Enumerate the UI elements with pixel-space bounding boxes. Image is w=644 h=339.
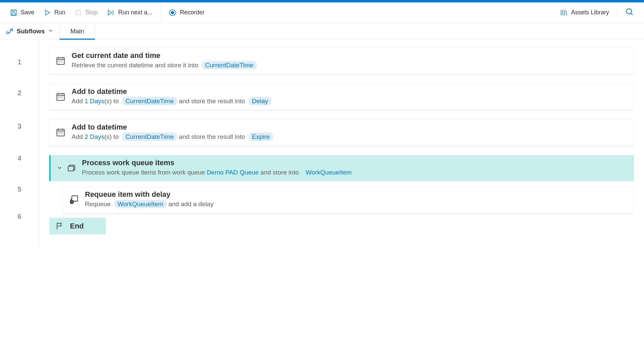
line-number: 5	[0, 173, 39, 205]
svg-rect-16	[57, 58, 65, 65]
assets-library-button[interactable]: Assets Library	[555, 6, 614, 19]
svg-point-7	[171, 11, 174, 14]
svg-rect-14	[7, 32, 9, 34]
subflows-dropdown[interactable]: Subflows	[0, 23, 60, 39]
step-title: Process work queue items	[82, 159, 628, 167]
line-number: 2	[0, 76, 39, 110]
recorder-button[interactable]: Recorder	[164, 6, 209, 19]
svg-rect-0	[11, 10, 17, 15]
step-title: End	[70, 222, 84, 230]
step-title: Requeue item with delay	[85, 190, 628, 199]
steps-panel: Get current date and time Retrieve the c…	[39, 40, 644, 246]
calendar-icon	[56, 127, 66, 137]
tab-main-label: Main	[70, 28, 84, 35]
svg-point-12	[626, 9, 631, 14]
step-icon	[107, 9, 115, 16]
line-number: 3	[0, 110, 39, 143]
svg-rect-22	[57, 94, 65, 100]
step-description: Add 2 Days(s) to CurrentDateTime and sto…	[72, 132, 628, 142]
workspace: 1 2 3 4 5 6 Get current date and time Re…	[0, 40, 644, 246]
run-button[interactable]: Run	[39, 6, 70, 19]
window-accent-bar	[0, 0, 644, 2]
variable-pill[interactable]: Expire	[249, 133, 273, 141]
toolbar: Save Run Stop Run next a... Recorder Ass…	[0, 2, 644, 23]
variable-pill[interactable]: CurrentDateTime	[122, 97, 177, 105]
step-title: Get current date and time	[72, 51, 628, 60]
stop-icon	[75, 9, 82, 16]
calendar-icon	[56, 56, 66, 66]
save-button[interactable]: Save	[5, 6, 39, 19]
recorder-label: Recorder	[180, 9, 204, 16]
step-description: Requeue WorkQueueItem and add a delay	[85, 199, 628, 209]
calendar-icon	[56, 92, 66, 102]
line-number: 1	[0, 48, 39, 76]
library-icon	[560, 9, 568, 17]
variable-pill[interactable]: Delay	[249, 97, 272, 105]
svg-rect-3	[76, 10, 81, 15]
line-gutter: 1 2 3 4 5 6	[0, 40, 39, 246]
play-icon	[44, 9, 51, 16]
subflow-icon	[6, 28, 13, 35]
line-number: 4	[0, 143, 39, 173]
variable-pill[interactable]: WorkQueueItem	[114, 200, 167, 208]
svg-marker-2	[46, 10, 50, 15]
svg-line-11	[566, 10, 567, 15]
svg-rect-28	[57, 130, 65, 136]
subflows-label: Subflows	[17, 28, 45, 35]
step-add-datetime-2[interactable]: Add to datetime Add 2 Days(s) to Current…	[49, 119, 634, 147]
svg-rect-34	[68, 166, 74, 171]
step-description: Add 1 Days(s) to CurrentDateTime and sto…	[72, 97, 628, 106]
toolbar-separator	[160, 3, 161, 23]
step-title: Add to datetime	[72, 123, 628, 132]
svg-rect-1	[12, 13, 15, 15]
flag-icon	[55, 222, 64, 230]
step-end[interactable]: End	[49, 218, 106, 234]
step-description: Process work queue items from work queue…	[82, 168, 628, 177]
save-label: Save	[21, 9, 34, 16]
search-button[interactable]	[621, 5, 639, 20]
requeue-icon	[69, 194, 79, 204]
variable-pill[interactable]: WorkQueueItem	[302, 168, 355, 176]
stop-label: Stop	[85, 9, 98, 16]
line-number: 6	[0, 205, 39, 228]
step-requeue-item[interactable]: Requeue item with delay Requeue WorkQueu…	[63, 186, 634, 214]
run-label: Run	[54, 9, 65, 16]
step-get-datetime[interactable]: Get current date and time Retrieve the c…	[49, 48, 634, 75]
assets-library-label: Assets Library	[571, 9, 609, 16]
tab-main[interactable]: Main	[60, 23, 95, 39]
toolbar-separator	[617, 7, 617, 19]
variable-pill[interactable]: CurrentDateTime	[202, 61, 257, 69]
variable-pill[interactable]: CurrentDateTime	[122, 133, 177, 141]
chevron-down-icon	[48, 28, 53, 35]
collapse-chevron-icon[interactable]	[57, 165, 63, 171]
run-next-label: Run next a...	[118, 9, 152, 16]
run-next-button[interactable]: Run next a...	[102, 6, 157, 19]
step-description: Retrieve the current datetime and store …	[72, 61, 628, 70]
svg-marker-4	[108, 10, 112, 15]
svg-line-13	[631, 13, 632, 15]
stop-button: Stop	[70, 6, 102, 19]
search-icon	[625, 12, 634, 17]
record-icon	[168, 9, 176, 17]
step-title: Add to datetime	[72, 87, 628, 96]
tabs-row: Subflows Main	[0, 23, 644, 40]
step-process-queue[interactable]: Process work queue items Process work qu…	[49, 155, 634, 181]
step-add-datetime-1[interactable]: Add to datetime Add 1 Days(s) to Current…	[49, 84, 634, 111]
save-icon	[10, 9, 17, 16]
stack-icon	[67, 163, 76, 172]
